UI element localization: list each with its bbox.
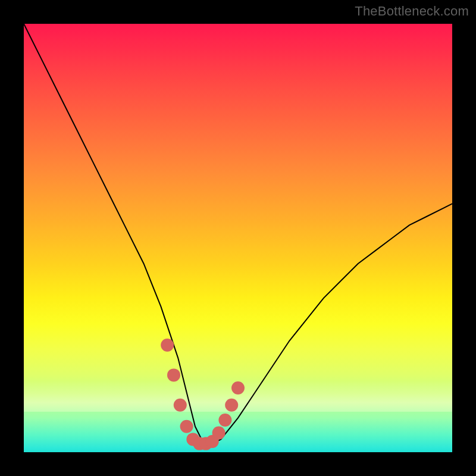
- chart-svg: [24, 24, 452, 452]
- highlight-dots: [161, 339, 245, 450]
- highlight-dot: [212, 427, 226, 440]
- highlight-dot: [225, 399, 238, 412]
- highlight-dot: [161, 339, 174, 352]
- watermark-text: TheBottleneck.com: [355, 4, 469, 19]
- bottleneck-curve: [24, 24, 452, 444]
- highlight-dot: [218, 414, 231, 427]
- highlight-dot: [174, 399, 187, 412]
- highlight-dot: [231, 381, 245, 394]
- plot-area: [24, 24, 452, 452]
- chart-frame: TheBottleneck.com: [0, 0, 476, 476]
- highlight-dot: [167, 368, 180, 381]
- highlight-dot: [180, 420, 193, 433]
